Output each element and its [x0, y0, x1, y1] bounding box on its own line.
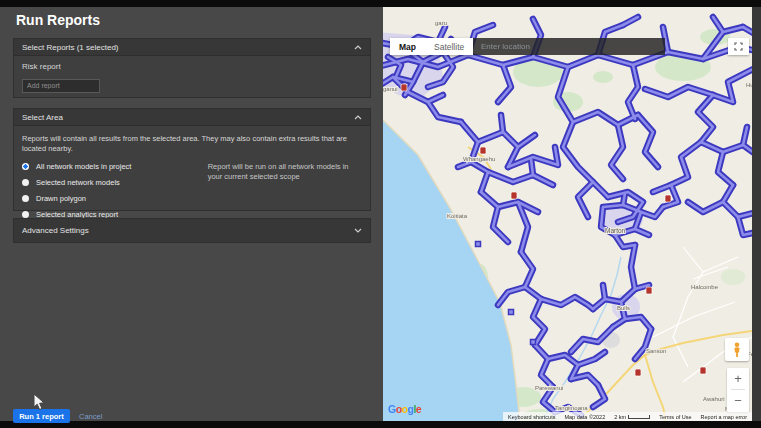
scale-bar — [628, 415, 650, 419]
radio-icon — [22, 179, 29, 186]
pegman-icon — [732, 342, 742, 358]
select-reports-section: Select Reports (1 selected) Risk report — [13, 38, 371, 98]
place-label: Awahuri — [703, 396, 725, 402]
scope-help-text: Report will be run on all network models… — [208, 162, 362, 182]
select-reports-header[interactable]: Select Reports (1 selected) — [14, 39, 370, 56]
mouse-cursor — [33, 393, 46, 411]
place-label: Bulls — [617, 305, 630, 311]
place-label: Sanson — [646, 348, 666, 354]
advanced-settings-header[interactable]: Advanced Settings — [13, 218, 371, 243]
zoom-control: + − — [727, 368, 749, 412]
place-label: Whangaehu — [463, 156, 495, 162]
place-label: garu — [435, 20, 447, 26]
place-label: Koitiata — [447, 213, 468, 219]
run-reports-dialog: Run Reports Select Reports (1 selected) … — [0, 7, 383, 421]
satellite-button[interactable]: Satellite — [425, 38, 473, 55]
google-logo: Google — [388, 403, 421, 415]
terms-of-use-link[interactable]: Terms of Use — [659, 414, 691, 420]
radio-option-selected-network-models[interactable]: Selected network models — [22, 178, 192, 187]
place-label: ganui — [383, 86, 398, 92]
select-area-title: Select Area — [22, 113, 63, 122]
risk-report-label: Risk report — [22, 62, 362, 71]
map-view[interactable]: ganui garu Whangaehu Koitiata Marton Bul… — [383, 7, 752, 421]
zoom-out-button[interactable]: − — [727, 390, 749, 411]
area-radio-group: All network models in project Selected n… — [22, 162, 192, 226]
radio-icon — [22, 195, 29, 202]
radio-option-all-network-models[interactable]: All network models in project — [22, 162, 192, 171]
advanced-settings-title: Advanced Settings — [22, 226, 89, 235]
select-reports-title: Select Reports (1 selected) — [22, 43, 119, 52]
chevron-down-icon — [354, 228, 362, 233]
place-label: Halcombe — [691, 284, 719, 290]
app-window: Run Reports Select Reports (1 selected) … — [0, 0, 761, 428]
chevron-up-icon — [354, 115, 362, 120]
place-label: Parewanui — [535, 385, 563, 391]
place-label: Tangimoana — [555, 405, 588, 411]
map-button[interactable]: Map — [390, 38, 425, 55]
scale-label: 2 km — [614, 414, 650, 420]
map-canvas: ganui garu Whangaehu Koitiata Marton Bul… — [383, 7, 752, 421]
radio-option-drawn-polygon[interactable]: Drawn polygon — [22, 194, 192, 203]
keyboard-shortcuts-link[interactable]: Keyboard shortcuts — [508, 414, 555, 420]
chevron-up-icon — [354, 45, 362, 50]
cancel-button[interactable]: Cancel — [79, 412, 102, 421]
map-data-label: Map data ©2022 — [564, 414, 605, 420]
run-report-button[interactable]: Run 1 report — [13, 409, 70, 423]
location-search-input[interactable] — [473, 38, 665, 55]
zoom-in-button[interactable]: + — [727, 368, 749, 389]
map-type-toggle: Map Satellite — [390, 38, 473, 55]
page-title: Run Reports — [16, 12, 100, 28]
map-sea — [383, 120, 520, 421]
place-label: Marton — [605, 227, 626, 234]
select-area-description: Reports will contain all results from th… — [22, 134, 362, 154]
map-attribution-bar: Keyboard shortcuts Map data ©2022 2 km T… — [503, 412, 752, 421]
radio-icon — [22, 211, 29, 218]
report-map-error-link[interactable]: Report a map error — [701, 414, 747, 420]
radio-selected-icon — [22, 163, 29, 170]
map-roads — [653, 247, 752, 382]
street-view-pegman-button[interactable] — [725, 338, 749, 361]
select-area-header[interactable]: Select Area — [14, 109, 370, 126]
fullscreen-icon — [734, 42, 743, 51]
right-gutter — [752, 7, 761, 421]
select-area-section: Select Area Reports will contain all res… — [13, 108, 371, 211]
fullscreen-button[interactable] — [728, 38, 749, 55]
add-report-input[interactable] — [22, 79, 100, 93]
